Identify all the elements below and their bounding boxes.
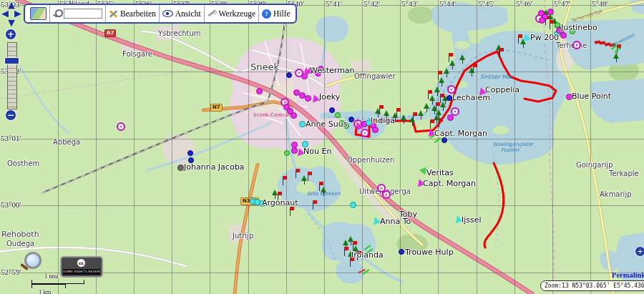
seamark-gc-icon xyxy=(459,54,465,64)
grid-line-longitude xyxy=(248,0,249,294)
poi-marker[interactable] xyxy=(447,114,454,121)
grid-label-longitude: 5°44' xyxy=(439,0,456,8)
zoom-track[interactable] xyxy=(7,42,17,109)
menu-button-ansicht[interactable]: Ansicht xyxy=(160,5,204,22)
vessel-marker[interactable] xyxy=(447,95,452,101)
map-canvas[interactable]: 5°34'5°35'5°36'5°37'5°38'5°39'5°40'5°41'… xyxy=(0,0,644,294)
grid-label-longitude: 5°46' xyxy=(516,0,532,8)
seamark-rf-icon xyxy=(435,102,441,112)
grid-line-longitude xyxy=(58,0,59,294)
menu-button-label: Ansicht xyxy=(175,9,201,18)
seamark-rf-icon xyxy=(448,53,454,62)
wrench-icon xyxy=(208,9,217,18)
road-shield: A7 xyxy=(104,29,116,37)
grid-label-longitude: 5°42' xyxy=(364,0,380,8)
grid-label-longitude: 5°41' xyxy=(326,0,342,8)
poi-marker[interactable] xyxy=(539,17,545,24)
logo-button[interactable] xyxy=(27,5,49,22)
grid-line-longitude xyxy=(477,0,477,294)
vessel-label: Veritas xyxy=(426,168,454,177)
vessel-label: Blue Point xyxy=(572,92,611,101)
place-label: Oudega xyxy=(6,240,34,248)
seamark-rf-icon xyxy=(438,118,444,127)
grid-label-longitude: 5°45' xyxy=(478,0,494,8)
menu-button-hilfe[interactable]: ?Hilfe xyxy=(259,5,293,22)
poi-marker[interactable] xyxy=(256,88,263,94)
vessel-marker[interactable] xyxy=(254,199,260,205)
search-input[interactable] xyxy=(64,9,102,19)
seamark-rf-icon xyxy=(517,34,523,44)
poi-marker[interactable] xyxy=(187,150,193,156)
seamark-rf-icon xyxy=(472,64,478,73)
pan-down-icon[interactable]: ▼ xyxy=(8,18,15,27)
harbour-icon[interactable] xyxy=(361,129,369,137)
grid-line-longitude xyxy=(210,0,210,294)
poi-marker[interactable] xyxy=(291,112,297,119)
vessel-label: Pw 200 xyxy=(530,33,559,42)
menu-button-label: Bearbeiten xyxy=(120,9,156,18)
seamark-rf-icon xyxy=(295,169,301,178)
poi-marker[interactable] xyxy=(305,95,311,102)
zoom-in-button[interactable]: + xyxy=(5,29,16,40)
poi-marker[interactable] xyxy=(291,147,298,154)
seamark-rf-icon xyxy=(412,112,418,122)
zoom-slider-handle[interactable] xyxy=(4,57,19,64)
vessel-label: Capt. Morgan xyxy=(423,179,476,188)
vessel-marker[interactable] xyxy=(177,165,184,171)
vessel-marker[interactable] xyxy=(299,121,306,127)
vessel-label: Trouwe Hulp xyxy=(405,248,454,257)
harbour-icon[interactable] xyxy=(382,190,391,199)
place-label: Oppenhuizen xyxy=(347,156,394,164)
poi-marker[interactable] xyxy=(348,117,354,122)
seamark-rf-icon xyxy=(289,207,295,216)
harbour-icon[interactable] xyxy=(117,122,125,131)
place-label: Terherne xyxy=(556,41,587,49)
pan-control: ▲ ◀ ▶ ▼ xyxy=(1,0,23,30)
vessel-label: Ijssel xyxy=(462,215,482,225)
poi-marker[interactable] xyxy=(284,150,290,156)
poi-marker[interactable] xyxy=(372,127,379,133)
zoom-out-button[interactable]: − xyxy=(5,109,16,121)
seamark-rf-icon xyxy=(307,172,313,181)
grid-line-latitude xyxy=(0,139,644,139)
overview-map-button[interactable] xyxy=(20,252,44,273)
seamark-gc-icon xyxy=(401,114,406,124)
poi-marker[interactable] xyxy=(350,202,356,208)
harbour-icon[interactable] xyxy=(572,41,581,49)
poi-marker[interactable] xyxy=(335,112,341,118)
search-icon xyxy=(53,9,62,18)
statusbar-coordinates: Zoom:13 N53°03.065' E5°45.436' xyxy=(540,280,644,291)
seamark-rf-icon xyxy=(549,20,555,29)
seamark-rf-icon xyxy=(437,71,443,80)
poi-marker[interactable] xyxy=(560,32,567,39)
seamark-rf-icon xyxy=(379,105,384,114)
menu-button-bearbeiten[interactable]: Bearbeiten xyxy=(106,5,159,22)
scale-km-label: 1 km xyxy=(39,288,84,294)
place-label: Oosthem xyxy=(7,160,39,167)
vessel-label: Argonaut xyxy=(262,198,298,207)
seamark-rf-icon xyxy=(312,200,318,210)
poi-marker[interactable] xyxy=(547,9,554,15)
vessel-label: Coppelia xyxy=(485,85,519,94)
search-area xyxy=(50,5,105,22)
poi-marker[interactable] xyxy=(329,107,335,113)
menu-button-label: Hilfe xyxy=(273,9,291,18)
menu-button-werkzeuge[interactable]: Werkzeuge xyxy=(205,5,258,22)
vessel-label: Anne Suus xyxy=(306,119,347,129)
seamark-rf-icon xyxy=(352,241,358,250)
vessel-marker[interactable] xyxy=(399,249,404,255)
poi-marker[interactable] xyxy=(441,137,447,143)
permalink-link[interactable]: Permalink xyxy=(612,271,644,279)
vessel-label: Nou En xyxy=(303,147,331,156)
place-label: Abbega xyxy=(53,138,80,146)
place-label: Rehoboth xyxy=(1,230,39,239)
grid-line-longitude xyxy=(590,0,591,294)
grid-line-longitude xyxy=(552,0,553,294)
place-label: Jutrijp xyxy=(233,232,253,240)
grid-line-longitude xyxy=(172,0,172,294)
seamark-gc-icon xyxy=(301,175,307,185)
pan-right-icon[interactable]: ▶ xyxy=(14,9,21,18)
expand-button[interactable]: + xyxy=(635,246,644,257)
place-label: Akmarijp xyxy=(600,190,632,198)
poi-marker[interactable] xyxy=(286,72,292,78)
